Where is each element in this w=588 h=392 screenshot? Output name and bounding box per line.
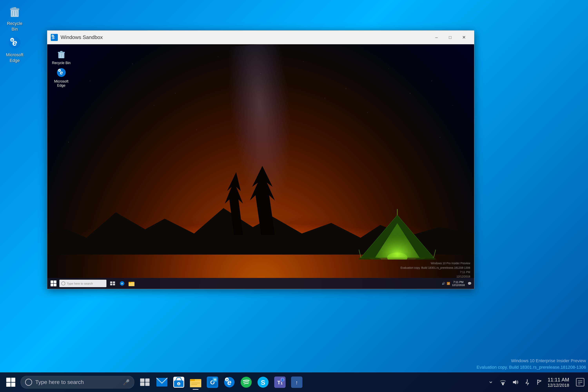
- system-tray: [486, 377, 544, 387]
- system-notification: Windows 10 Enterprise Insider Preview Ev…: [476, 358, 586, 370]
- svg-rect-47: [140, 378, 144, 382]
- desktop-icon-recycle-bin[interactable]: ♻ Recycle Bin: [2, 2, 28, 34]
- sandbox-windows-logo: [50, 280, 56, 286]
- search-box[interactable]: Type here to search 🎤: [20, 376, 134, 388]
- svg-text:⟳: ⟳: [11, 38, 14, 42]
- teams-button[interactable]: T₁ 👤: [272, 374, 288, 390]
- svg-rect-81: [501, 382, 505, 384]
- outer-taskbar-right: 11:11 AM 12/12/2018: [486, 376, 586, 388]
- file-explorer-button[interactable]: [188, 374, 204, 390]
- sandbox-recycle-bin-icon: [56, 48, 67, 60]
- taskbar-icon-group: $ O ✉: [137, 374, 304, 390]
- svg-rect-49: [140, 382, 144, 386]
- svg-rect-48: [145, 378, 150, 382]
- outlook-button[interactable]: O ✉: [204, 374, 220, 390]
- sandbox-search-box[interactable]: Type here to search: [60, 280, 106, 287]
- sandbox-taskbar-icons: e: [108, 279, 136, 288]
- sandbox-edge-icon: e ⟳: [56, 67, 67, 78]
- svg-rect-41: [113, 284, 115, 286]
- svg-text:e: e: [121, 282, 123, 285]
- svg-rect-39: [113, 282, 115, 283]
- svg-text:👤: 👤: [281, 378, 284, 381]
- edge-taskbar-button[interactable]: e ⟳: [222, 374, 237, 390]
- sandbox-window: S ⟳ Windows Sandbox – □ ✕: [47, 30, 474, 289]
- sandbox-start-button[interactable]: [49, 279, 58, 288]
- svg-rect-45: [128, 282, 131, 283]
- svg-rect-60: [191, 382, 200, 384]
- sandbox-tray-icons: 🔊 📶: [442, 282, 450, 285]
- spotify-button[interactable]: [238, 374, 254, 390]
- sandbox-tray-2: 📶: [447, 282, 450, 285]
- sandbox-icon-recycle-bin[interactable]: Recycle Bin: [50, 47, 72, 66]
- sandbox-edge-taskbar-icon[interactable]: e: [118, 279, 126, 288]
- sandbox-title-icon: S ⟳: [51, 34, 58, 41]
- sandbox-explorer-taskbar-icon[interactable]: [127, 279, 136, 288]
- tray-overflow-button[interactable]: [486, 377, 496, 387]
- desktop-icon-edge[interactable]: e ⟳ Microsoft Edge: [2, 33, 28, 65]
- power-icon[interactable]: [522, 377, 532, 387]
- recycle-bin-icon: ♻: [7, 4, 22, 19]
- sandbox-clock-time: 7:11 PM: [452, 280, 465, 284]
- svg-marker-16: [225, 172, 243, 235]
- svg-rect-2: [13, 7, 16, 8]
- svg-text:S: S: [261, 379, 266, 386]
- search-placeholder-text: Type here to search: [35, 379, 84, 385]
- sandbox-desktop: Recycle Bin e ⟳ Microsoft Edge: [47, 44, 474, 289]
- svg-rect-38: [110, 282, 112, 283]
- sandbox-recycle-bin-label: Recycle Bin: [52, 61, 70, 65]
- skype-button[interactable]: S: [255, 374, 271, 390]
- flag-icon[interactable]: [534, 377, 544, 387]
- maximize-button[interactable]: □: [444, 32, 457, 43]
- app-button[interactable]: ↑: [289, 374, 304, 390]
- svg-text:⟳: ⟳: [226, 378, 228, 381]
- system-notification-line2: Evaluation copy. Build 18301.rs_prerelea…: [476, 364, 586, 370]
- close-button[interactable]: ✕: [457, 32, 470, 43]
- svg-text:✉: ✉: [214, 378, 216, 382]
- svg-rect-46: [128, 283, 134, 286]
- start-button[interactable]: [2, 374, 20, 391]
- svg-rect-50: [145, 382, 150, 386]
- svg-point-71: [241, 377, 252, 388]
- taskview-button[interactable]: [137, 374, 153, 390]
- minimize-button[interactable]: –: [430, 32, 443, 43]
- desktop: ♻ Recycle Bin e ⟳ Microsoft Edge S ⟳ Win…: [0, 0, 588, 392]
- svg-rect-58: [190, 379, 195, 381]
- sandbox-search-icon: [61, 282, 65, 286]
- svg-rect-30: [60, 51, 62, 52]
- edge-icon: e ⟳: [7, 35, 22, 50]
- microphone-icon: 🎤: [123, 379, 130, 386]
- sandbox-titlebar: S ⟳ Windows Sandbox – □ ✕: [47, 30, 474, 44]
- sandbox-taskbar-right: 🔊 📶 7:11 PM 12/12/2018 💬: [442, 280, 472, 286]
- outer-clock[interactable]: 11:11 AM 12/12/2018: [548, 377, 569, 388]
- sandbox-edge-label: Microsoft Edge: [51, 80, 71, 88]
- svg-marker-17: [250, 166, 275, 235]
- svg-text:♻: ♻: [11, 7, 13, 9]
- sandbox-clock[interactable]: 7:11 PM 12/12/2018: [452, 280, 465, 286]
- volume-icon[interactable]: [510, 377, 520, 387]
- sandbox-clock-date: 12/12/2018: [452, 284, 465, 286]
- sandbox-title-text: Windows Sandbox: [60, 34, 430, 40]
- tree-silhouettes: [218, 162, 286, 235]
- sandbox-notification-icon[interactable]: 💬: [467, 280, 472, 286]
- sandbox-content: Recycle Bin e ⟳ Microsoft Edge: [47, 44, 474, 289]
- network-icon[interactable]: [498, 377, 508, 387]
- tent: [359, 206, 436, 260]
- outer-clock-time: 11:11 AM: [548, 377, 569, 383]
- svg-line-25: [434, 250, 436, 258]
- outer-clock-date: 12/12/2018: [548, 383, 569, 388]
- svg-marker-82: [513, 380, 516, 384]
- svg-text:⟳: ⟳: [52, 35, 54, 37]
- svg-text:↑: ↑: [295, 380, 298, 386]
- sandbox-taskview-icon[interactable]: [108, 279, 117, 288]
- svg-text:$: $: [178, 382, 180, 385]
- search-circle-icon: [25, 379, 32, 386]
- svg-line-24: [359, 250, 361, 258]
- svg-text:⟳: ⟳: [58, 70, 60, 72]
- sandbox-icon-edge[interactable]: e ⟳ Microsoft Edge: [50, 66, 72, 89]
- titlebar-buttons: – □ ✕: [430, 32, 470, 43]
- store-button[interactable]: $: [171, 374, 186, 390]
- mail-button[interactable]: [154, 374, 170, 390]
- svg-rect-61: [191, 384, 197, 385]
- action-center-button[interactable]: [574, 376, 586, 388]
- sandbox-tray-1: 🔊: [442, 282, 445, 285]
